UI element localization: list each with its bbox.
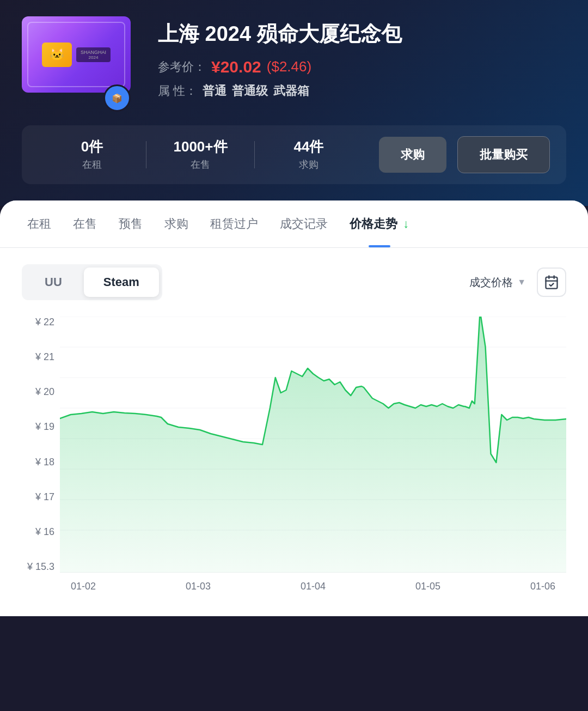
chart-right-controls: 成交价格 ▼: [469, 268, 566, 297]
x-label-0105: 01-05: [415, 581, 440, 592]
bulk-buy-button[interactable]: 批量购买: [457, 136, 550, 173]
x-label-0102: 01-02: [71, 581, 96, 592]
rent-count: 0件: [81, 138, 103, 155]
chart-y-axis: ¥ 22 ¥ 21 ¥ 20 ¥ 19 ¥ 18 ¥ 17 ¥ 16 ¥ 15.…: [22, 317, 60, 573]
y-label-20: ¥ 20: [22, 386, 60, 398]
stats-row: 0件 在租 1000+件 在售 44件 求购 求购 批量购买: [22, 125, 566, 184]
tab-nav: 在租 在售 预售 求购 租赁过户 成交记录 价格走势 ↓: [0, 200, 588, 248]
attr-label: 属 性：: [158, 83, 197, 99]
chart-section: UU Steam 成交价格 ▼: [0, 248, 588, 616]
y-label-17: ¥ 17: [22, 491, 60, 503]
product-header: SHANGHAI 2024 📦 上海 2024 殒命大厦纪念包 参考价： ¥20…: [22, 16, 566, 104]
source-tab-steam[interactable]: Steam: [84, 268, 159, 297]
price-chart-svg: [60, 317, 566, 573]
price-label: 参考价：: [158, 59, 206, 75]
cat-box-icon: [42, 42, 72, 67]
attr-type: 武器箱: [273, 83, 309, 99]
chart-inner: [60, 317, 566, 573]
price-type-label: 成交价格: [469, 275, 513, 290]
x-label-0103: 01-03: [186, 581, 211, 592]
product-image: SHANGHAI 2024: [22, 16, 131, 93]
sale-label: 在售: [191, 158, 210, 171]
chart-container: ¥ 22 ¥ 21 ¥ 20 ¥ 19 ¥ 18 ¥ 17 ¥ 16 ¥ 15.…: [22, 317, 566, 600]
tab-price-trend[interactable]: 价格走势 ↓: [339, 200, 420, 247]
tab-lease-transfer[interactable]: 租赁过户: [199, 200, 269, 247]
tab-trade-record[interactable]: 成交记录: [269, 200, 339, 247]
source-tabs: UU Steam: [22, 264, 162, 300]
tab-sale[interactable]: 在售: [62, 200, 108, 247]
rent-label: 在租: [82, 158, 102, 171]
product-info: 上海 2024 殒命大厦纪念包 参考价： ¥20.02 ($2.46) 属 性：…: [158, 16, 566, 99]
source-tab-uu[interactable]: UU: [25, 268, 82, 297]
calendar-icon: [544, 275, 559, 290]
price-type-selector[interactable]: 成交价格 ▼: [469, 275, 526, 290]
attr-rarity: 普通: [203, 83, 226, 99]
tab-rent[interactable]: 在租: [16, 200, 62, 247]
product-attrs: 属 性： 普通 普通级 武器箱: [158, 83, 566, 99]
x-label-0106: 01-06: [530, 581, 555, 592]
dropdown-arrow-icon: ▼: [517, 277, 526, 287]
y-label-22: ¥ 22: [22, 317, 60, 328]
stat-buy: 44件 求购: [255, 138, 363, 171]
price-cny: ¥20.02: [211, 58, 261, 76]
product-image-container: SHANGHAI 2024 📦: [22, 16, 142, 104]
svg-rect-0: [546, 277, 558, 289]
buy-label: 求购: [299, 158, 318, 171]
buy-count: 44件: [294, 138, 324, 155]
y-label-19: ¥ 19: [22, 421, 60, 433]
attr-grade: 普通级: [232, 83, 268, 99]
chart-x-axis: 01-02 01-03 01-04 01-05 01-06: [60, 573, 566, 600]
calendar-button[interactable]: [537, 268, 566, 297]
stat-rent: 0件 在租: [38, 138, 146, 171]
bottom-section: 在租 在售 预售 求购 租赁过户 成交记录 价格走势 ↓ UU Steam: [0, 200, 588, 616]
tab-buy[interactable]: 求购: [154, 200, 199, 247]
top-section: SHANGHAI 2024 📦 上海 2024 殒命大厦纪念包 参考价： ¥20…: [0, 0, 588, 206]
box-badge-icon: 📦: [103, 84, 131, 112]
tab-presale[interactable]: 预售: [108, 200, 154, 247]
stat-sale: 1000+件 在售: [146, 138, 254, 171]
action-buttons: 求购 批量购买: [379, 136, 550, 173]
y-label-21: ¥ 21: [22, 351, 60, 363]
cube-icon: 📦: [112, 93, 122, 104]
y-label-16: ¥ 16: [22, 526, 60, 538]
box-label: SHANGHAI 2024: [76, 47, 111, 62]
y-label-153: ¥ 15.3: [22, 561, 60, 573]
sale-count: 1000+件: [173, 138, 227, 155]
buy-button[interactable]: 求购: [379, 137, 446, 173]
price-row: 参考价： ¥20.02 ($2.46): [158, 58, 566, 76]
y-label-18: ¥ 18: [22, 457, 60, 468]
x-label-0104: 01-04: [301, 581, 326, 592]
product-title: 上海 2024 殒命大厦纪念包: [158, 22, 566, 47]
price-usd: ($2.46): [267, 58, 311, 75]
trend-arrow-icon: ↓: [403, 217, 409, 230]
chart-controls: UU Steam 成交价格 ▼: [22, 264, 566, 300]
